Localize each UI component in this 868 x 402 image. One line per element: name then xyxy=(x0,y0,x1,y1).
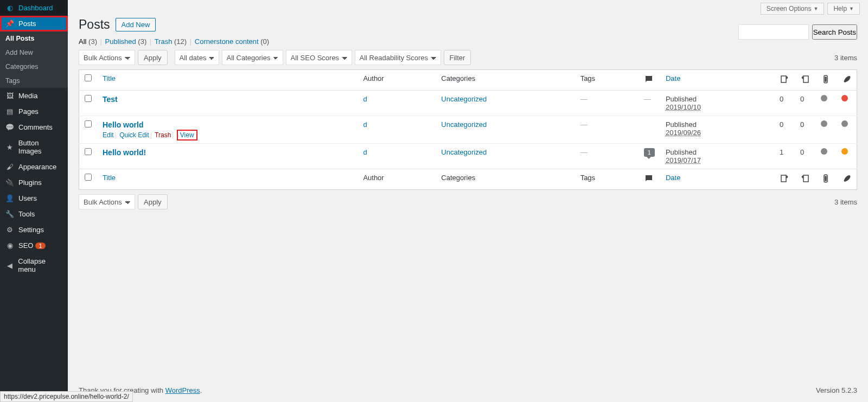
category-link[interactable]: Uncategorized xyxy=(441,95,487,103)
comment-icon: 💬 xyxy=(4,123,15,131)
col-seo-score xyxy=(815,70,836,91)
sidebar-item-tools[interactable]: 🔧Tools xyxy=(0,206,68,222)
traffic-icon xyxy=(821,74,831,84)
tags-cell: — xyxy=(580,120,588,129)
seo-badge: 1 xyxy=(35,243,45,249)
col-comments[interactable] xyxy=(639,70,660,91)
post-title-link[interactable]: Test xyxy=(103,95,118,104)
row-checkbox[interactable] xyxy=(85,148,92,155)
screen-options-button[interactable]: Screen Options▼ xyxy=(761,3,825,15)
svg-point-5 xyxy=(825,80,826,81)
col-date[interactable]: Date xyxy=(666,74,680,82)
author-link[interactable]: d xyxy=(363,148,367,156)
filter-trash[interactable]: Trash xyxy=(155,37,173,46)
row-checkbox[interactable] xyxy=(85,95,92,102)
author-link[interactable]: d xyxy=(363,120,367,129)
svg-point-11 xyxy=(825,180,826,181)
label: Help xyxy=(833,5,847,12)
date-value: 2019/10/10 xyxy=(666,103,769,111)
post-title-link[interactable]: Hello world xyxy=(103,120,143,129)
author-link[interactable]: d xyxy=(363,95,367,103)
sidebar-label: Collapse menu xyxy=(18,257,63,273)
incoming-count: 0 xyxy=(795,91,815,116)
wordpress-link[interactable]: WordPress xyxy=(165,386,200,394)
label: Screen Options xyxy=(767,5,812,12)
filter-cornerstone[interactable]: Cornerstone content xyxy=(195,37,259,46)
outgoing-count: 0 xyxy=(774,116,795,144)
edit-link[interactable]: Edit xyxy=(103,131,114,139)
dashboard-icon: ◐ xyxy=(4,4,15,12)
row-checkbox[interactable] xyxy=(85,120,92,127)
categories-select[interactable]: All Categories xyxy=(222,50,283,65)
col-tags-bottom: Tags xyxy=(575,169,639,190)
category-link[interactable]: Uncategorized xyxy=(441,148,487,156)
col-categories: Categories xyxy=(436,70,575,91)
sidebar-item-users[interactable]: 👤Users xyxy=(0,190,68,206)
outgoing-icon xyxy=(780,174,789,183)
readability-dot xyxy=(841,95,848,101)
posts-submenu: All Posts Add New Categories Tags xyxy=(0,31,68,88)
comment-count[interactable]: 1 xyxy=(644,148,655,157)
outgoing-icon xyxy=(780,74,789,84)
sidebar-label: Users xyxy=(18,194,37,202)
filter-all[interactable]: All xyxy=(79,37,86,46)
sidebar-collapse[interactable]: ◀Collapse menu xyxy=(0,253,68,277)
bulk-actions-select-bottom[interactable]: Bulk Actions xyxy=(79,194,135,209)
col-title[interactable]: Title xyxy=(103,74,116,82)
sidebar-item-media[interactable]: 🖼Media xyxy=(0,88,68,104)
sidebar-label: Settings xyxy=(18,226,44,234)
svg-point-4 xyxy=(825,79,826,80)
sidebar-label: Button Images xyxy=(18,139,63,155)
quick-edit-link[interactable]: Quick Edit xyxy=(119,131,149,139)
sidebar-item-pages[interactable]: ▤Pages xyxy=(0,104,68,119)
col-readability-bottom xyxy=(836,169,857,190)
count: (0) xyxy=(260,37,269,46)
col-comments-bottom[interactable] xyxy=(639,169,660,190)
readability-scores-select[interactable]: All Readability Scores xyxy=(355,50,441,65)
seo-dot xyxy=(821,120,827,127)
table-row: Test d Uncategorized — — Published2019/1… xyxy=(79,91,857,116)
trash-link[interactable]: Trash xyxy=(155,131,171,139)
sidebar-item-appearance[interactable]: 🖌Appearance xyxy=(0,159,68,175)
add-new-button[interactable]: Add New xyxy=(116,18,156,31)
bulk-actions-select[interactable]: Bulk Actions xyxy=(79,50,135,65)
no-comments: — xyxy=(644,95,651,103)
filter-button[interactable]: Filter xyxy=(444,50,471,65)
search-posts-button[interactable]: Search Posts xyxy=(812,24,857,40)
help-button[interactable]: Help▼ xyxy=(827,3,860,15)
apply-button-bottom[interactable]: Apply xyxy=(138,194,168,209)
sidebar-item-posts[interactable]: 📌Posts xyxy=(0,16,68,31)
sidebar-item-comments[interactable]: 💬Comments xyxy=(0,119,68,135)
top-tabs: Screen Options▼ Help▼ xyxy=(68,0,868,15)
category-link[interactable]: Uncategorized xyxy=(441,120,487,129)
svg-rect-0 xyxy=(781,76,786,82)
search-box: Search Posts xyxy=(738,24,857,40)
submenu-categories[interactable]: Categories xyxy=(0,60,68,74)
sidebar-label: Dashboard xyxy=(18,4,53,12)
select-all-checkbox[interactable] xyxy=(85,74,92,81)
search-input[interactable] xyxy=(738,24,809,40)
svg-point-9 xyxy=(825,176,826,177)
sidebar-item-plugins[interactable]: 🔌Plugins xyxy=(0,175,68,190)
sidebar-label: Appearance xyxy=(18,163,56,171)
sidebar-item-seo[interactable]: ◉SEO1 xyxy=(0,238,68,253)
seo-scores-select[interactable]: All SEO Scores xyxy=(286,50,352,65)
dates-select[interactable]: All dates xyxy=(175,50,219,65)
sidebar-item-dashboard[interactable]: ◐Dashboard xyxy=(0,0,68,16)
submenu-add-new[interactable]: Add New xyxy=(0,46,68,60)
outgoing-count: 1 xyxy=(774,144,795,169)
filter-published[interactable]: Published xyxy=(105,37,136,46)
page-title: Posts xyxy=(79,17,110,32)
submenu-tags[interactable]: Tags xyxy=(0,74,68,88)
col-date-bottom[interactable]: Date xyxy=(666,174,680,182)
seo-dot xyxy=(821,148,827,155)
post-title-link[interactable]: Hello world! xyxy=(103,148,146,157)
col-title-bottom[interactable]: Title xyxy=(103,174,116,182)
view-link[interactable]: View xyxy=(180,131,194,139)
select-all-checkbox-bottom[interactable] xyxy=(85,174,92,181)
sidebar-item-settings[interactable]: ⚙Settings xyxy=(0,222,68,238)
svg-rect-7 xyxy=(803,175,808,182)
submenu-all-posts[interactable]: All Posts xyxy=(0,31,68,46)
sidebar-item-button-images[interactable]: ★Button Images xyxy=(0,135,68,159)
apply-button[interactable]: Apply xyxy=(138,50,168,65)
